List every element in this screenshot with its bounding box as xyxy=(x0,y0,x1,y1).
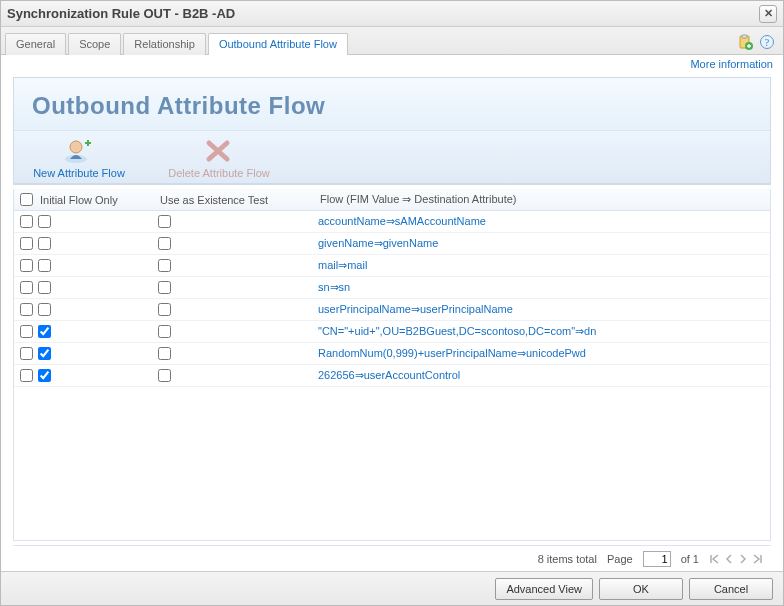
grid-header: Initial Flow Only Use as Existence Test … xyxy=(14,189,770,211)
initial-flow-checkbox[interactable] xyxy=(38,347,51,360)
attribute-flow-grid: Initial Flow Only Use as Existence Test … xyxy=(13,189,771,541)
advanced-view-button[interactable]: Advanced View xyxy=(495,578,593,600)
tab-label: Scope xyxy=(79,38,110,50)
row-select-checkbox[interactable] xyxy=(20,303,33,316)
existence-test-checkbox[interactable] xyxy=(158,237,171,250)
delete-x-icon xyxy=(203,137,235,165)
more-information-link[interactable]: More information xyxy=(690,58,773,70)
dialog-window: Synchronization Rule OUT - B2B -AD ✕ Gen… xyxy=(0,0,784,606)
existence-test-checkbox[interactable] xyxy=(158,303,171,316)
panel-toolbar: New Attribute Flow Delete Attribute Flow xyxy=(14,131,770,184)
items-total: 8 items total xyxy=(538,553,597,565)
table-row[interactable]: 262656⇒userAccountControl xyxy=(14,365,770,387)
pager: 8 items total Page of 1 xyxy=(13,545,771,571)
content-area: Outbound Attribute Flow New Attribute Fl… xyxy=(1,71,783,571)
panel: Outbound Attribute Flow New Attribute Fl… xyxy=(13,77,771,185)
initial-flow-checkbox[interactable] xyxy=(38,237,51,250)
initial-flow-checkbox[interactable] xyxy=(38,215,51,228)
row-select-checkbox[interactable] xyxy=(20,259,33,272)
page-of-text: of 1 xyxy=(681,553,699,565)
flow-link[interactable]: 262656⇒userAccountControl xyxy=(318,369,770,382)
table-row[interactable]: accountName⇒sAMAccountName xyxy=(14,211,770,233)
flow-link[interactable]: accountName⇒sAMAccountName xyxy=(318,215,770,228)
close-icon: ✕ xyxy=(764,7,773,20)
row-select-checkbox[interactable] xyxy=(20,237,33,250)
tabrow-actions: ? xyxy=(737,34,779,54)
row-select-checkbox[interactable] xyxy=(20,215,33,228)
col-initial-header[interactable]: Initial Flow Only xyxy=(38,194,158,206)
new-attribute-flow-button[interactable]: New Attribute Flow xyxy=(24,137,134,179)
table-row[interactable]: givenName⇒givenName xyxy=(14,233,770,255)
flow-link[interactable]: RandomNum(0,999)+userPrincipalName⇒unico… xyxy=(318,347,770,360)
panel-title: Outbound Attribute Flow xyxy=(32,92,752,120)
initial-flow-checkbox[interactable] xyxy=(38,369,51,382)
initial-flow-checkbox[interactable] xyxy=(38,325,51,338)
tab-general[interactable]: General xyxy=(5,33,66,55)
tab-label: Relationship xyxy=(134,38,195,50)
page-label: Page xyxy=(607,553,633,565)
flow-link[interactable]: givenName⇒givenName xyxy=(318,237,770,250)
table-row[interactable]: mail⇒mail xyxy=(14,255,770,277)
flow-link[interactable]: "CN="+uid+",OU=B2BGuest,DC=scontoso,DC=c… xyxy=(318,325,770,338)
row-select-checkbox[interactable] xyxy=(20,369,33,382)
close-button[interactable]: ✕ xyxy=(759,5,777,23)
existence-test-checkbox[interactable] xyxy=(158,215,171,228)
row-select-checkbox[interactable] xyxy=(20,281,33,294)
flow-link[interactable]: userPrincipalName⇒userPrincipalName xyxy=(318,303,770,316)
col-existence-header[interactable]: Use as Existence Test xyxy=(158,194,318,206)
row-select-checkbox[interactable] xyxy=(20,347,33,360)
person-add-icon xyxy=(63,137,95,165)
tab-relationship[interactable]: Relationship xyxy=(123,33,206,55)
svg-point-6 xyxy=(70,141,82,153)
tool-label: Delete Attribute Flow xyxy=(168,167,270,179)
clipboard-add-icon[interactable] xyxy=(737,34,753,50)
table-row[interactable]: RandomNum(0,999)+userPrincipalName⇒unico… xyxy=(14,343,770,365)
existence-test-checkbox[interactable] xyxy=(158,281,171,294)
prev-page-icon[interactable] xyxy=(723,552,735,566)
existence-test-checkbox[interactable] xyxy=(158,325,171,338)
table-row[interactable]: sn⇒sn xyxy=(14,277,770,299)
more-info-row: More information xyxy=(1,55,783,71)
tab-label: General xyxy=(16,38,55,50)
flow-link[interactable]: mail⇒mail xyxy=(318,259,770,272)
grid-body: accountName⇒sAMAccountNamegivenName⇒give… xyxy=(14,211,770,540)
last-page-icon[interactable] xyxy=(751,552,763,566)
svg-text:?: ? xyxy=(765,37,770,48)
tab-outbound-attribute-flow[interactable]: Outbound Attribute Flow xyxy=(208,33,348,55)
help-icon[interactable]: ? xyxy=(759,34,775,50)
tool-label: New Attribute Flow xyxy=(33,167,125,179)
panel-header: Outbound Attribute Flow xyxy=(14,78,770,131)
row-select-checkbox[interactable] xyxy=(20,325,33,338)
page-input[interactable] xyxy=(643,551,671,567)
svg-rect-1 xyxy=(742,35,747,38)
existence-test-checkbox[interactable] xyxy=(158,347,171,360)
titlebar: Synchronization Rule OUT - B2B -AD ✕ xyxy=(1,1,783,27)
table-row[interactable]: "CN="+uid+",OU=B2BGuest,DC=scontoso,DC=c… xyxy=(14,321,770,343)
dialog-footer: Advanced View OK Cancel xyxy=(1,571,783,605)
tab-label: Outbound Attribute Flow xyxy=(219,38,337,50)
ok-button[interactable]: OK xyxy=(599,578,683,600)
tab-scope[interactable]: Scope xyxy=(68,33,121,55)
pager-nav xyxy=(709,552,763,566)
initial-flow-checkbox[interactable] xyxy=(38,281,51,294)
first-page-icon[interactable] xyxy=(709,552,721,566)
table-row[interactable]: userPrincipalName⇒userPrincipalName xyxy=(14,299,770,321)
existence-test-checkbox[interactable] xyxy=(158,259,171,272)
existence-test-checkbox[interactable] xyxy=(158,369,171,382)
tab-strip: General Scope Relationship Outbound Attr… xyxy=(1,27,783,55)
select-all-checkbox[interactable] xyxy=(20,193,33,206)
flow-link[interactable]: sn⇒sn xyxy=(318,281,770,294)
cancel-button[interactable]: Cancel xyxy=(689,578,773,600)
col-flow-header[interactable]: Flow (FIM Value ⇒ Destination Attribute) xyxy=(318,193,770,206)
next-page-icon[interactable] xyxy=(737,552,749,566)
delete-attribute-flow-button[interactable]: Delete Attribute Flow xyxy=(164,137,274,179)
window-title: Synchronization Rule OUT - B2B -AD xyxy=(7,6,759,21)
initial-flow-checkbox[interactable] xyxy=(38,303,51,316)
initial-flow-checkbox[interactable] xyxy=(38,259,51,272)
